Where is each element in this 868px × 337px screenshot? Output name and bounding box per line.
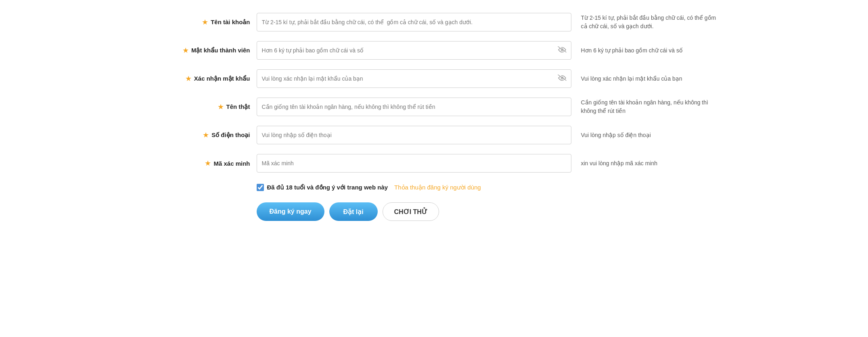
input-col-username [257,13,571,31]
input-password[interactable] [257,41,571,60]
input-col-password [257,41,571,60]
input-wrapper-phone [257,126,571,144]
input-col-phone [257,126,571,144]
field-row-confirm_password: ★Xác nhận mật khẩu Vui lòng xác nhận lại… [152,64,717,93]
field-row-username: ★Tên tài khoảnTừ 2-15 kí tự, phải bắt đầ… [152,8,717,36]
button-row: Đăng ký ngay Đặt lại CHƠI THỬ [152,198,717,226]
label-confirm_password: Xác nhận mật khẩu [194,75,250,82]
hint-password: Hơn 6 ký tự phải bao gồm chữ cái và số [571,46,717,55]
required-star-icon: ★ [202,18,208,27]
age-consent-label: Đã đủ 18 tuổi và đồng ý với trang web nà… [267,184,388,191]
required-star-icon: ★ [182,46,189,55]
hint-username: Từ 2-15 kí tự, phải bắt đầu bằng chữ cái… [571,14,717,31]
checkbox-area: Đã đủ 18 tuổi và đồng ý với trang web nà… [257,184,481,191]
input-phone[interactable] [257,126,571,144]
hint-confirm_password: Vui lòng xác nhận lại mật khẩu của bạn [571,75,717,83]
input-wrapper-username [257,13,571,31]
hint-phone: Vui lòng nhập số điện thoại [571,131,717,139]
buttons-area: Đăng ký ngay Đặt lại CHƠI THỬ [257,202,439,221]
input-wrapper-password [257,41,571,60]
age-consent-checkbox[interactable] [257,184,264,191]
label-real_name: Tên thật [226,103,250,110]
label-col-verification_code: ★Mã xác minh [152,159,257,168]
input-wrapper-verification_code [257,154,571,173]
input-col-confirm_password [257,69,571,88]
registration-form: ★Tên tài khoảnTừ 2-15 kí tự, phải bắt đầ… [152,8,717,226]
field-row-real_name: ★Tên thậtCần giống tên tài khoản ngân hà… [152,93,717,121]
label-col-password: ★Mật khẩu thành viên [152,46,257,55]
label-col-real_name: ★Tên thật [152,102,257,111]
svg-point-1 [561,77,563,79]
field-row-password: ★Mật khẩu thành viên Hơn 6 ký tự phải ba… [152,36,717,64]
input-real_name[interactable] [257,98,571,116]
input-wrapper-real_name [257,98,571,116]
input-wrapper-confirm_password [257,69,571,88]
required-star-icon: ★ [185,74,192,83]
label-verification_code: Mã xác minh [213,160,250,167]
field-row-verification_code: ★Mã xác minhxin vui lòng nhập mã xác min… [152,149,717,177]
input-col-verification_code [257,154,571,173]
label-col-confirm_password: ★Xác nhận mật khẩu [152,74,257,83]
label-username: Tên tài khoản [211,19,250,26]
input-verification_code[interactable] [257,154,571,173]
reset-button[interactable]: Đặt lại [329,202,378,221]
label-col-username: ★Tên tài khoản [152,18,257,27]
label-phone: Số điện thoại [211,131,250,139]
input-col-real_name [257,98,571,116]
terms-link[interactable]: Thỏa thuận đăng ký người dùng [394,184,481,191]
age-consent-row: Đã đủ 18 tuổi và đồng ý với trang web nà… [152,177,717,198]
hint-real_name: Cần giống tên tài khoản ngân hàng, nếu k… [571,98,717,115]
label-password: Mật khẩu thành viên [191,47,250,54]
hint-verification_code: xin vui lòng nhập mã xác minh [571,159,717,168]
input-confirm_password[interactable] [257,69,571,88]
eye-off-icon[interactable] [558,46,567,55]
label-col-phone: ★Số điện thoại [152,131,257,139]
svg-point-0 [561,49,563,51]
required-star-icon: ★ [218,102,224,111]
required-star-icon: ★ [203,131,209,139]
eye-off-icon[interactable] [558,75,567,83]
play-button[interactable]: CHƠI THỬ [383,202,439,221]
input-username[interactable] [257,13,571,31]
required-star-icon: ★ [205,159,211,168]
register-button[interactable]: Đăng ký ngay [257,202,324,221]
field-row-phone: ★Số điện thoạiVui lòng nhập số điện thoạ… [152,121,717,149]
